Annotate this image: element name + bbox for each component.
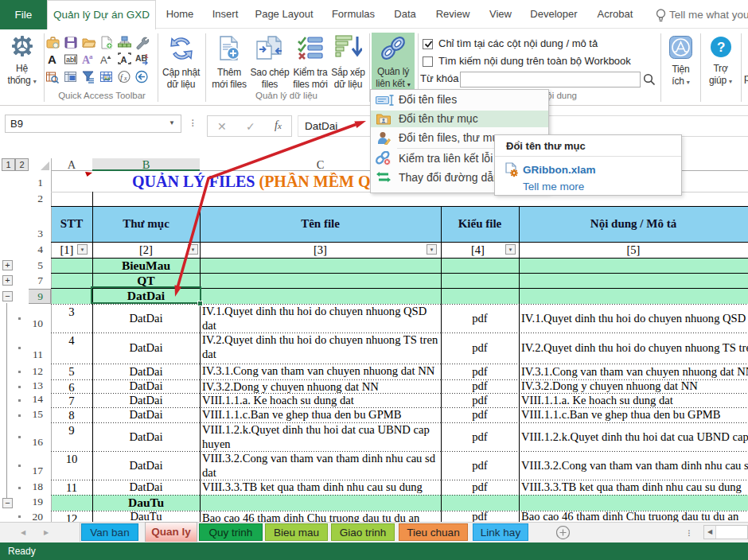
svg-text:?: ? <box>716 40 724 55</box>
svg-text:1: 1 <box>145 52 149 60</box>
svg-text:f: f <box>120 73 123 82</box>
svg-text:x: x <box>123 75 127 82</box>
svg-text:A: A <box>100 54 107 66</box>
svg-text:A: A <box>48 52 56 66</box>
svg-text:a: a <box>89 52 93 60</box>
svg-text:A: A <box>121 55 127 64</box>
svg-text:abl: abl <box>66 56 76 64</box>
